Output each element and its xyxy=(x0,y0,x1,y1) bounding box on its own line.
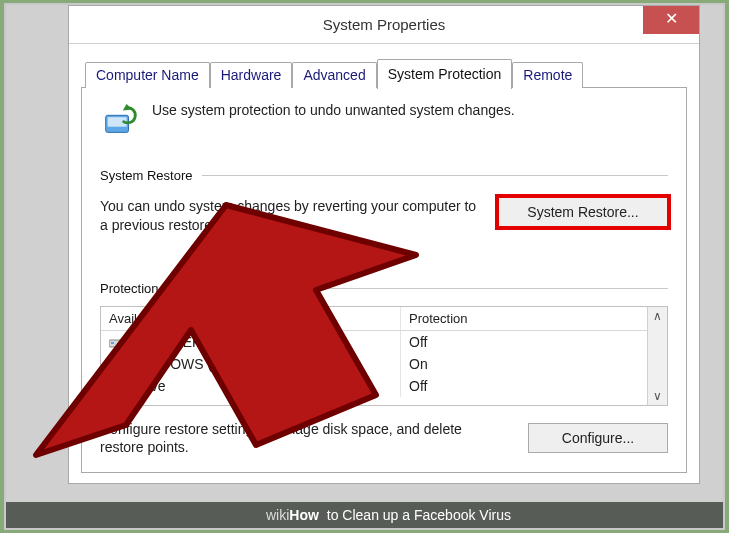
drive-icon xyxy=(109,359,125,371)
svg-rect-6 xyxy=(111,364,114,366)
intro-text: Use system protection to undo unwanted s… xyxy=(152,102,515,118)
tab-strip: Computer Name Hardware Advanced System P… xyxy=(81,58,687,88)
protection-settings-section: Protection Settings Available Drives Pro… xyxy=(100,281,668,456)
svg-rect-4 xyxy=(111,342,114,344)
tab-hardware[interactable]: Hardware xyxy=(210,62,293,88)
scroll-up-icon[interactable]: ∧ xyxy=(653,307,662,325)
scrollbar[interactable]: ∧ ∨ xyxy=(647,307,667,405)
scroll-down-icon[interactable]: ∨ xyxy=(653,387,662,405)
column-protection: Protection xyxy=(401,307,647,330)
table-row[interactable]: Drive Off xyxy=(101,375,647,397)
divider xyxy=(202,175,668,176)
table-row[interactable]: RECOVERY Off xyxy=(101,331,647,353)
caption-text: to Clean up a Facebook Virus xyxy=(327,507,511,523)
protection-value: Off xyxy=(401,331,647,353)
protection-value: Off xyxy=(401,375,647,397)
close-button[interactable]: ✕ xyxy=(643,6,699,34)
configure-description: Configure restore settings, manage disk … xyxy=(100,420,498,456)
drive-label: WINDOWS (C:) (System) xyxy=(133,356,291,372)
titlebar: System Properties ✕ xyxy=(69,6,699,44)
window-title: System Properties xyxy=(323,16,446,33)
intro-row: Use system protection to undo unwanted s… xyxy=(100,102,668,140)
table-row[interactable]: WINDOWS (C:) (System) On xyxy=(101,353,647,375)
system-protection-icon xyxy=(100,102,138,140)
protection-value: On xyxy=(401,353,647,375)
tab-area: Computer Name Hardware Advanced System P… xyxy=(69,44,699,483)
drive-icon xyxy=(109,337,125,349)
drive-label: RECOVERY xyxy=(133,334,211,350)
protection-settings-heading: Protection Settings xyxy=(100,281,209,296)
svg-rect-8 xyxy=(111,386,114,388)
system-restore-button[interactable]: System Restore... xyxy=(498,197,668,227)
tab-computer-name[interactable]: Computer Name xyxy=(85,62,210,88)
image-frame: System Properties ✕ Computer Name Hardwa… xyxy=(4,3,725,530)
divider xyxy=(219,288,668,289)
drives-header: Available Drives Protection xyxy=(101,307,647,331)
drive-label: Drive xyxy=(133,378,166,394)
system-restore-heading: System Restore xyxy=(100,168,192,183)
tab-advanced[interactable]: Advanced xyxy=(292,62,376,88)
close-icon: ✕ xyxy=(665,10,678,27)
system-restore-section: System Restore You can undo system chang… xyxy=(100,168,668,235)
system-properties-window: System Properties ✕ Computer Name Hardwa… xyxy=(68,5,700,484)
drive-icon xyxy=(109,381,125,393)
tab-system-protection[interactable]: System Protection xyxy=(377,59,513,89)
article-caption: wikiHow to Clean up a Facebook Virus xyxy=(6,502,723,528)
configure-button[interactable]: Configure... xyxy=(528,423,668,453)
column-available-drives: Available Drives xyxy=(101,307,401,330)
tab-remote[interactable]: Remote xyxy=(512,62,583,88)
wikihow-brand: wikiHow xyxy=(266,507,323,523)
drives-list: Available Drives Protection RECOVERY Off xyxy=(100,306,668,406)
system-restore-description: You can undo system changes by reverting… xyxy=(100,197,478,235)
tab-panel: Use system protection to undo unwanted s… xyxy=(81,87,687,473)
